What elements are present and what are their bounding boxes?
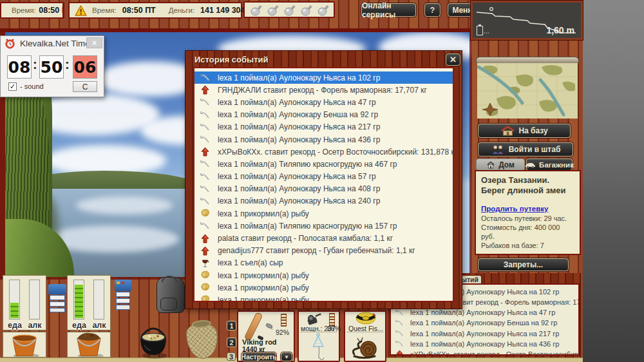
- configure-label: Настроить: [241, 353, 276, 361]
- event-row[interactable]: хХРыВоКХх. ставит рекорд - Осетр Восточн…: [391, 349, 578, 356]
- cauldron[interactable]: [135, 319, 171, 359]
- bait-icon: [197, 209, 213, 218]
- event-row[interactable]: lexa 1 поймал(а) Аулонокару Ньяса на 47 …: [194, 96, 453, 108]
- record-icon: [197, 246, 213, 256]
- car-trunk-icon: [525, 162, 536, 168]
- event-row[interactable]: lexa 1 съел(а) сыр: [194, 257, 453, 269]
- time-value: 08:50 ПТ: [122, 6, 156, 15]
- event-text: lexa 1 поймал(а) Аулонокару Бенша на 92 …: [213, 110, 378, 119]
- home-label: Дом: [498, 160, 515, 169]
- bait-jar-icon[interactable]: [266, 4, 279, 16]
- extend-permit-link[interactable]: Продлить путевку: [481, 205, 574, 213]
- timer-c-button[interactable]: C: [73, 81, 97, 92]
- rod-panel[interactable]: 92% Viking rod 1440 кг Настроить ▼: [237, 310, 295, 362]
- keepnet[interactable]: [185, 319, 219, 361]
- event-row[interactable]: lexa 1 прикормил(а) рыбу: [194, 269, 453, 281]
- enter-hq-button[interactable]: Войти в штаб: [478, 142, 573, 157]
- event-text: lexa 1 поймал(а) Аулонокару Ньяса на 436…: [406, 340, 559, 348]
- hook-icon: [197, 159, 213, 169]
- depth-sonar-panel: ▫▫▫ 1,60 m: [471, 1, 583, 40]
- event-row[interactable]: lexa 1 поймал(а) Аулонокару Бенша на 92 …: [194, 109, 453, 121]
- timer-title: Klevalka.Net Timer: [20, 39, 93, 48]
- rod-slot-2-button[interactable]: 2: [227, 338, 236, 347]
- event-row[interactable]: lexa 1 поймал(а) Аулонокару Ньяса на 217…: [194, 121, 453, 133]
- event-row[interactable]: ГЯНДЖАЛИ ставит рекорд - Форель мраморна…: [194, 84, 453, 96]
- rod-slot-3-button[interactable]: 3: [227, 352, 236, 361]
- backpack[interactable]: [156, 276, 185, 314]
- event-text: хХРыВоКХх. ставит рекорд - Осетр Восточн…: [406, 350, 580, 356]
- event-row[interactable]: lexa 1 поймал(а) Тиляпию красногрудую на…: [194, 158, 453, 170]
- timer-seconds[interactable]: 06: [73, 55, 97, 79]
- event-row[interactable]: lexa 1 поймал(а) Аулонокару Ньяса на 217…: [391, 329, 578, 339]
- battery-level: ▫▫▫: [484, 31, 489, 35]
- event-row[interactable]: lexa 1 поймал(а) Аулонокару Бенша на 92 …: [391, 318, 578, 328]
- hook-icon: [197, 184, 213, 194]
- timer-hours[interactable]: 08: [7, 55, 32, 79]
- line-indicator-icon: [329, 313, 335, 326]
- event-row[interactable]: lexa 1 поймал(а) Аулонокару Ньяса на 102…: [194, 71, 453, 84]
- event-row[interactable]: lexa 1 поймал(а) Аулонокару Ньяса на 436…: [194, 133, 453, 146]
- configure-rod-button[interactable]: Настроить: [242, 352, 276, 361]
- timer-close-button[interactable]: ×: [86, 37, 102, 48]
- battery-icon: [477, 26, 483, 35]
- sound-checkbox[interactable]: ✓: [8, 82, 17, 91]
- event-text: palata ставит рекорд - Полосатая камбала…: [213, 234, 393, 243]
- quest-item-panel[interactable]: Quest Fis...: [344, 310, 386, 362]
- event-text: lexa 1 поймал(а) Аулонокару Ньяса на 217…: [213, 122, 380, 131]
- event-row[interactable]: lexa 1 поймал(а) Аулонокару Ньяса на 240…: [194, 195, 453, 207]
- event-row[interactable]: lexa 1 поймал(а) Аулонокару Ньяса на 408…: [194, 183, 453, 195]
- record-icon: [197, 147, 213, 157]
- bait-jar-icon[interactable]: [316, 4, 330, 16]
- event-row[interactable]: lexa 1 прикормил(а) рыбу: [194, 207, 453, 220]
- event-text: lexa 1 поймал(а) Тиляпию красногрудую на…: [213, 222, 397, 231]
- timer-widget: Klevalka.Net Timer × 08 : 50 : 06 ✓ - so…: [0, 35, 104, 97]
- divider: [346, 332, 384, 332]
- event-row[interactable]: lexa 1 поймал(а) Аулонокару Ньяса на 436…: [391, 339, 578, 349]
- event-row[interactable]: lexa 1 поймал(а) Аулонокару Ньяса на 57 …: [194, 171, 453, 183]
- reel-panel[interactable]: мощн.: 237 86%: [298, 310, 340, 362]
- groundbait-bucket-slot[interactable]: [67, 332, 111, 357]
- trunk-button[interactable]: Багажник: [526, 158, 573, 171]
- minimap[interactable]: [476, 57, 579, 120]
- hook-icon: [197, 196, 213, 206]
- to-base-label: На базу: [518, 126, 547, 135]
- event-text: lexa 1 прикормил(а) рыбу: [213, 296, 309, 302]
- to-base-button[interactable]: На базу: [478, 124, 571, 138]
- event-text: lexa 1 прикормил(а) рыбу: [213, 209, 309, 218]
- event-row[interactable]: lexa 1 прикормил(а) рыбу: [194, 294, 453, 302]
- bait-jar-icon[interactable]: [283, 4, 296, 16]
- event-text: lexa 1 поймал(а) Аулонокару Ньяса на 408…: [213, 184, 380, 193]
- rod-dropdown-button[interactable]: ▼: [281, 352, 292, 361]
- rod-slot-1-button[interactable]: 1: [227, 321, 236, 330]
- event-row[interactable]: lexa 1 прикормил(а) рыбу: [194, 281, 453, 294]
- bait-jar-icon[interactable]: [299, 4, 313, 16]
- info-line: Осталось путевки: 29 час.: [481, 214, 574, 223]
- record-icon: [197, 234, 213, 243]
- timer-minutes[interactable]: 50: [39, 55, 64, 79]
- warning-icon: [75, 5, 87, 16]
- event-text: lexa 1 съел(а) сыр: [213, 258, 283, 267]
- feeder-lure: [309, 333, 330, 361]
- bans-button[interactable]: Запреты...: [478, 258, 569, 271]
- people-icon: [491, 145, 506, 154]
- bucket-slot[interactable]: [3, 332, 46, 357]
- bait-jar-icon[interactable]: [249, 4, 263, 16]
- event-row[interactable]: genadijus777 ставит рекорд - Губан гребе…: [194, 245, 453, 257]
- tackle-box[interactable]: [48, 284, 66, 312]
- event-row[interactable]: lexa 1 поймал(а) Тиляпию красногрудую на…: [194, 220, 453, 232]
- quest-line-spool: [354, 312, 377, 325]
- event-row[interactable]: palata ставит рекорд - Полосатая камбала…: [194, 232, 453, 244]
- bait-icon: [197, 271, 213, 280]
- event-text: lexa 1 поймал(а) Аулонокару Ньяса на 436…: [213, 135, 380, 144]
- record-icon: [197, 85, 213, 95]
- tackle-box[interactable]: [115, 280, 131, 310]
- event-row[interactable]: хХРыВоКХх. ставит рекорд - Осетр Восточн…: [194, 146, 453, 158]
- online-services-button[interactable]: Онлайн сервисы: [361, 3, 416, 17]
- help-button[interactable]: ?: [424, 3, 440, 17]
- event-text: lexa 1 поймал(а) Тиляпию красногрудую на…: [213, 160, 397, 169]
- trunk-label: Багажник: [539, 161, 574, 169]
- close-button[interactable]: ✕: [446, 53, 460, 66]
- alcohol-gauge: [29, 280, 40, 319]
- home-button[interactable]: Дом: [476, 158, 525, 171]
- alcohol-gauge-label: алк: [78, 321, 120, 330]
